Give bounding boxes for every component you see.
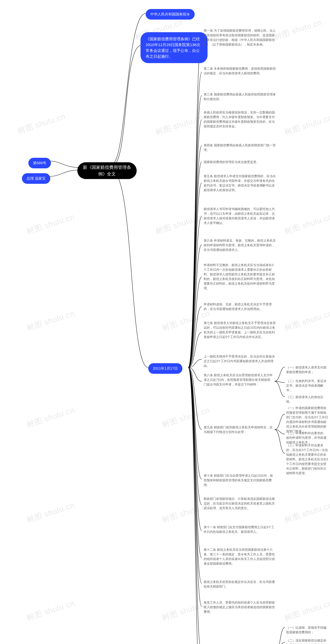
article-15-sub-3: （三）申请材料不符合要求的，应当在3个工作日内一次告知赔偿义务机关需要补正的全部… [286, 443, 329, 476]
watermark: 树图 shutu.cn [283, 212, 330, 237]
date-node-label: 2011年1月17日 [153, 366, 178, 371]
watermark: 树图 shutu.cn [154, 112, 205, 138]
article-13: 上一级机关维持不予受理决定的，应当自作出复核决定之日起3个工作日内书面通知赔偿请… [204, 354, 276, 368]
article-22-sub-2: （二）违反国家赔偿法规定的范围和计算标准实施国家赔偿造成财政资金损失的； [286, 638, 329, 644]
watermark: 树图 shutu.cn [273, 17, 323, 42]
watermark: 树图 shutu.cn [154, 212, 205, 237]
top-node-preamble[interactable]: 《国家赔偿费用管理条例》已经2010年12月29日国务院第138次常务会议通过，… [141, 32, 208, 63]
watermark: 树图 shutu.cn [16, 111, 67, 136]
watermark: 树图 shutu.cn [26, 405, 76, 430]
article-5: 第四条 国家赔偿费用由各级人民政府财政部门统一管理。 [204, 143, 276, 152]
article-12: 第七条 赔偿请求人对赔偿义务机关不予受理决定有异议的，可以自收到书面通知之日起1… [204, 321, 276, 339]
date-node[interactable]: 2011年1月17日 [148, 363, 182, 374]
article-4: 各级人民政府应当根据实际情况，安排一定数额的国家赔偿费用，列入本级年度财政预算。… [204, 110, 276, 129]
article-7: 第五条 赔偿请求人申请支付国家赔偿费用的，应当向赔偿义务机关提出书面申请，并提交… [204, 174, 276, 192]
watermark: 树图 shutu.cn [26, 598, 76, 623]
article-8: 赔偿请求人书写申请书确有困难的，可以委托他人代书；也可以口头申请，由赔偿义务机关… [204, 207, 276, 225]
watermark: 树图 shutu.cn [283, 598, 330, 623]
article-11: 申请材料虚假、无效，赔偿义务机关决定不予受理的，应当书面通知赔偿请求人并说明理由… [204, 302, 276, 311]
root-node[interactable]: 新《国家赔偿费用管理条例》全文 [77, 162, 137, 179]
article-14: 第八条 赔偿义务机关应当自受理赔偿请求人支付申请之日起7日内，依照预算管理权限向… [204, 373, 273, 387]
article-17: 财政部门发现赔偿项目、计算标准违反国家赔偿法规定的，应当提交作出赔偿决定的机关或… [204, 496, 276, 510]
article-15: 第九条 财政部门收到赔偿义务机关申请材料后，应当根据下列情况分别作出处理： [204, 425, 273, 434]
left-node-premier[interactable]: 总理 温家宝 [22, 173, 50, 184]
article-14-sub-2: （二）生效的判决书、复议决定书、赔偿决定书或者调解书； [286, 379, 327, 392]
article-21: 有关工作人员、受委托的组织或者个人应当依照财政收入收缴的规定上缴应当承担或者被追… [204, 600, 276, 614]
top-node-preamble-text: 《国家赔偿费用管理条例》已经2010年12月29日国务院第138次常务会议通过，… [146, 36, 202, 59]
watermark: 树图 shutu.cn [283, 308, 330, 333]
article-15-sub-1: （一）申请的国家赔偿费用依照预算管理权限不属于本财政部门支付的，应当在3个工作日… [286, 406, 329, 434]
article-20: 赔偿义务机关依照前款规定作出决定后，应当书面通知有关财政部门。 [204, 580, 276, 589]
article-9: 第六条 申请材料真实、有效、完整的，赔偿义务机关收到申请材料即为受理。赔偿义务机… [204, 238, 276, 252]
article-15-sub-2: （二）申请材料符合要求的，收到申请即为受理，并书面通知赔偿义务机关； [286, 431, 329, 445]
left-node-589-label: 第589号 [33, 160, 46, 166]
article-2: 第二条 本条例所称国家赔偿费用，是指依照国家赔偿法的规定，应当向赔偿请求人赔偿的… [204, 66, 276, 76]
article-14-sub-3: （三）赔偿请求人的身份证明。 [286, 395, 327, 404]
article-18: 第十一条 财政部门自支付国家赔偿费用之日起3个工作日内告知赔偿义务机关、赔偿请求… [204, 525, 276, 534]
watermark: 树图 shutu.cn [283, 500, 330, 525]
left-node-589[interactable]: 第589号 [28, 158, 51, 168]
article-6: 国家赔偿费用的管理应当依法接受监督。 [204, 160, 259, 164]
watermark: 树图 shutu.cn [26, 500, 76, 525]
left-node-premier-label: 总理 温家宝 [27, 176, 46, 181]
watermark: 树图 shutu.cn [283, 112, 330, 138]
article-16: 第十条 财政部门应当自受理申请之日起15日内，按照预算和财政国库管理的有关规定支… [204, 473, 276, 487]
watermark: 树图 shutu.cn [26, 212, 76, 237]
article-1: 第一条 为了加强国家赔偿费用管理，保障公民、法人和其他组织享有依法取得国家赔偿的… [204, 28, 276, 47]
article-22-sub-1: （一）以虚报、冒领等手段骗取国家赔偿费用的； [286, 625, 329, 634]
article-19: 第十二条 赔偿义务机关应当依照国家赔偿法第十六条、第三十一条的规定，责令有关工作… [204, 548, 276, 566]
article-10: 申请材料不完整的，赔偿义务机关应当当场或者在3个工作日内一次告知赔偿请求人需要补… [204, 263, 276, 290]
root-title: 新《国家赔偿费用管理条例》全文 [82, 164, 132, 177]
article-14-sub-1: （一）赔偿请求人请求支付国家赔偿费用的申请； [286, 365, 327, 374]
connector-lines [0, 0, 330, 644]
article-3: 第三条 国家赔偿费用由各级人民政府按照财政管理体制分级负担。 [204, 92, 276, 101]
top-node-state-council-label: 中华人民共和国国务院令 [150, 12, 190, 17]
top-node-state-council[interactable]: 中华人民共和国国务院令 [146, 9, 195, 20]
watermark: 树图 shutu.cn [26, 308, 76, 333]
